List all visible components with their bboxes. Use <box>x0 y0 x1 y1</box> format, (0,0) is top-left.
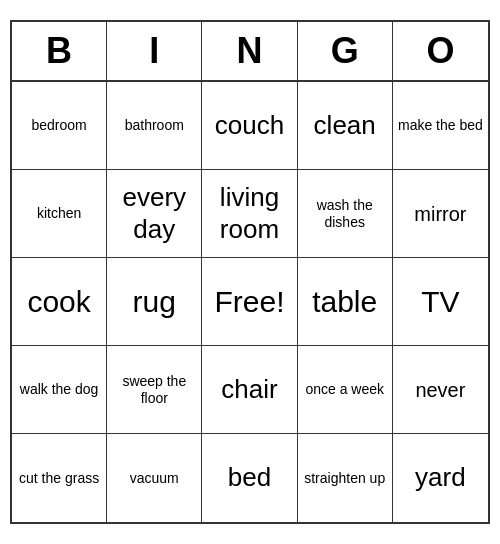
cell-r2-c2: Free! <box>202 258 297 346</box>
cell-text: living room <box>206 182 292 244</box>
cell-text: couch <box>215 110 284 141</box>
cell-text: chair <box>221 374 277 405</box>
bingo-grid: bedroombathroomcouchcleanmake the bedkit… <box>12 82 488 522</box>
cell-text: bedroom <box>31 117 86 134</box>
cell-r4-c4: yard <box>393 434 488 522</box>
cell-text: wash the dishes <box>302 197 388 231</box>
cell-r2-c3: table <box>298 258 393 346</box>
cell-r3-c1: sweep the floor <box>107 346 202 434</box>
cell-text: sweep the floor <box>111 373 197 407</box>
cell-r1-c3: wash the dishes <box>298 170 393 258</box>
cell-text: vacuum <box>130 470 179 487</box>
cell-r3-c4: never <box>393 346 488 434</box>
cell-text: rug <box>133 284 176 320</box>
cell-r3-c2: chair <box>202 346 297 434</box>
cell-text: table <box>312 284 377 320</box>
cell-text: every day <box>111 182 197 244</box>
bingo-header: BINGO <box>12 22 488 82</box>
cell-text: mirror <box>414 202 466 226</box>
bingo-card: BINGO bedroombathroomcouchcleanmake the … <box>10 20 490 524</box>
cell-r4-c0: cut the grass <box>12 434 107 522</box>
cell-r0-c2: couch <box>202 82 297 170</box>
cell-r1-c4: mirror <box>393 170 488 258</box>
header-letter: I <box>107 22 202 80</box>
cell-text: once a week <box>305 381 384 398</box>
cell-r2-c4: TV <box>393 258 488 346</box>
cell-text: cut the grass <box>19 470 99 487</box>
cell-r4-c1: vacuum <box>107 434 202 522</box>
cell-r2-c1: rug <box>107 258 202 346</box>
cell-r4-c2: bed <box>202 434 297 522</box>
cell-r2-c0: cook <box>12 258 107 346</box>
cell-r0-c3: clean <box>298 82 393 170</box>
cell-r3-c0: walk the dog <box>12 346 107 434</box>
cell-text: clean <box>314 110 376 141</box>
cell-r1-c0: kitchen <box>12 170 107 258</box>
header-letter: G <box>298 22 393 80</box>
cell-text: TV <box>421 284 459 320</box>
cell-r3-c3: once a week <box>298 346 393 434</box>
cell-text: bed <box>228 462 271 493</box>
header-letter: N <box>202 22 297 80</box>
cell-text: yard <box>415 462 466 493</box>
cell-text: make the bed <box>398 117 483 134</box>
cell-text: kitchen <box>37 205 81 222</box>
cell-r1-c1: every day <box>107 170 202 258</box>
cell-text: straighten up <box>304 470 385 487</box>
header-letter: O <box>393 22 488 80</box>
cell-text: never <box>415 378 465 402</box>
cell-text: Free! <box>214 284 284 320</box>
cell-text: bathroom <box>125 117 184 134</box>
header-letter: B <box>12 22 107 80</box>
cell-r4-c3: straighten up <box>298 434 393 522</box>
cell-text: walk the dog <box>20 381 99 398</box>
cell-r0-c4: make the bed <box>393 82 488 170</box>
cell-r1-c2: living room <box>202 170 297 258</box>
cell-r0-c1: bathroom <box>107 82 202 170</box>
cell-text: cook <box>27 284 90 320</box>
cell-r0-c0: bedroom <box>12 82 107 170</box>
